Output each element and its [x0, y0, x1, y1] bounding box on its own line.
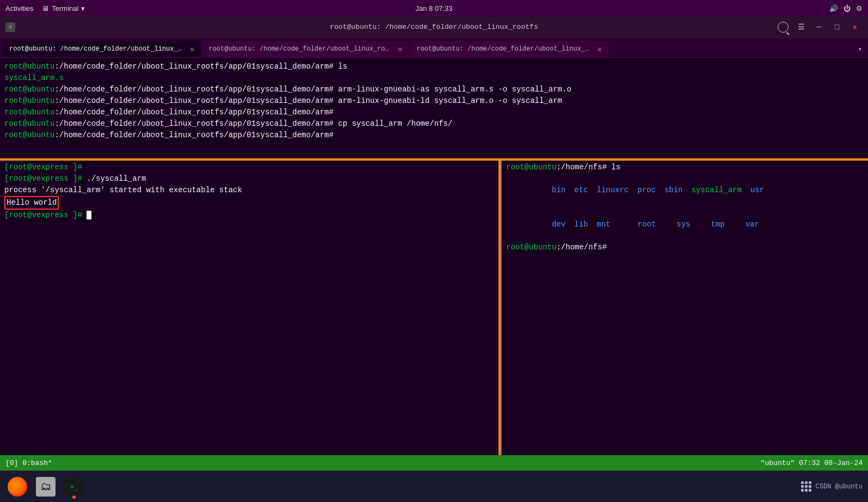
- right-line-ls-2: devlibmntrootsystmpvar: [506, 207, 864, 242]
- files-taskbar-icon[interactable]: 🗂: [34, 475, 58, 499]
- files-icon: 🗂: [36, 477, 56, 497]
- split-panes: [root@vexpress ]# [root@vexpress ]# ./sy…: [0, 158, 868, 455]
- top-line-6: root@ubuntu:/home/code_folder/uboot_linu…: [4, 118, 864, 130]
- tab-2-label: root@ubuntu: /home/code_folder/uboot_lin…: [208, 45, 391, 53]
- terminal-icon-badge: >_: [64, 477, 84, 497]
- tab-3-close[interactable]: ✕: [597, 45, 601, 54]
- tab-3-label: root@ubuntu: /home/code_folder/uboot_lin…: [416, 45, 590, 53]
- terminal-menu[interactable]: 🖥 Terminal ▾: [42, 4, 85, 13]
- apps-grid-icon[interactable]: [801, 481, 811, 492]
- search-button[interactable]: [775, 20, 791, 35]
- top-line-2: syscall_arm.s: [4, 72, 864, 84]
- firefox-taskbar-icon[interactable]: [5, 475, 29, 499]
- title-bar-right-controls: ☰ ─ □ ✕: [775, 20, 863, 35]
- power-icon[interactable]: ⏻: [844, 4, 851, 13]
- activities-button[interactable]: Activities: [5, 4, 33, 13]
- status-bar: [0] 0:bash* "ubuntu" 07:32 08-Jan-24: [0, 455, 868, 470]
- top-bar-left: Activities 🖥 Terminal ▾: [5, 4, 85, 13]
- taskbar: 🗂 >_ CSDN @ubuntu: [0, 470, 868, 502]
- taskbar-user-label: CSDN @ubuntu: [816, 483, 863, 491]
- status-right: "ubuntu" 07:32 08-Jan-24: [761, 459, 863, 467]
- firefox-icon: [8, 477, 27, 497]
- right-line-ls-1: binetclinuxrcprocsbinsyscall_armusr: [506, 173, 864, 207]
- maximize-button[interactable]: □: [829, 20, 845, 35]
- terminal-dropdown-icon: ▾: [81, 4, 85, 13]
- top-line-3: root@ubuntu:/home/code_folder/uboot_linu…: [4, 84, 864, 95]
- left-line-1: [root@vexpress ]#: [4, 162, 494, 173]
- top-line-4: root@ubuntu:/home/code_folder/uboot_linu…: [4, 95, 864, 107]
- taskbar-right: CSDN @ubuntu: [801, 481, 863, 492]
- tab-1-close[interactable]: ✕: [190, 45, 194, 54]
- terminal-menu-icon[interactable]: ≡: [5, 22, 15, 32]
- top-pane[interactable]: root@ubuntu:/home/code_folder/uboot_linu…: [0, 58, 868, 158]
- minimize-button[interactable]: ─: [811, 20, 827, 35]
- left-pane[interactable]: [root@vexpress ]# [root@vexpress ]# ./sy…: [0, 158, 501, 455]
- taskbar-left: 🗂 >_: [5, 475, 86, 499]
- settings-icon[interactable]: ⚙: [856, 4, 863, 13]
- top-bar-right: 🔊 ⏻ ⚙: [829, 4, 863, 13]
- left-line-4: Hello world: [4, 196, 494, 210]
- terminal-content: root@ubuntu:/home/code_folder/uboot_linu…: [0, 58, 868, 455]
- top-line-5: root@ubuntu:/home/code_folder/uboot_linu…: [4, 107, 864, 118]
- search-icon: [778, 22, 789, 33]
- left-line-2: [root@vexpress ]# ./syscall_arm: [4, 173, 494, 185]
- top-line-7: root@ubuntu:/home/code_folder/uboot_linu…: [4, 130, 864, 141]
- tabs-bar: root@ubuntu: /home/code_folder/uboot_lin…: [0, 38, 868, 58]
- tab-1[interactable]: root@ubuntu: /home/code_folder/uboot_lin…: [3, 41, 201, 57]
- cursor: [87, 211, 91, 219]
- terminal-title-bar: ≡ root@ubuntu: /home/code_folder/uboot_l…: [0, 16, 868, 38]
- right-line-prompt: root@ubuntu:/home/nfs#: [506, 242, 864, 253]
- top-bar: Activities 🖥 Terminal ▾ Jan 8 07:33 🔊 ⏻ …: [0, 0, 868, 16]
- datetime: Jan 8 07:33: [416, 4, 453, 13]
- split-divider-top: [0, 158, 868, 161]
- top-line-1: root@ubuntu:/home/code_folder/uboot_linu…: [4, 61, 864, 72]
- tab-3[interactable]: root@ubuntu: /home/code_folder/uboot_lin…: [410, 41, 608, 57]
- status-left: [0] 0:bash*: [5, 459, 52, 467]
- menu-button[interactable]: ☰: [793, 20, 809, 35]
- hello-world-text: Hello world: [4, 196, 59, 210]
- left-line-3: process '/syscall_arm' started with exec…: [4, 185, 494, 196]
- tabs-overflow-arrow[interactable]: ▾: [854, 41, 865, 57]
- tab-1-label: root@ubuntu: /home/code_folder/uboot_lin…: [9, 45, 183, 53]
- left-line-5: [root@vexpress ]#: [4, 210, 494, 221]
- right-pane[interactable]: root@ubuntu:/home/nfs# ls binetclinuxrcp…: [501, 158, 868, 455]
- terminal-title: root@ubuntu: /home/code_folder/uboot_lin…: [330, 23, 538, 31]
- terminal-icon: 🖥: [42, 4, 49, 13]
- close-button[interactable]: ✕: [847, 20, 863, 35]
- volume-icon[interactable]: 🔊: [829, 4, 838, 13]
- tab-2[interactable]: root@ubuntu: /home/code_folder/uboot_lin…: [202, 41, 409, 57]
- terminal-window: ≡ root@ubuntu: /home/code_folder/uboot_l…: [0, 16, 868, 470]
- right-line-1: root@ubuntu:/home/nfs# ls: [506, 162, 864, 173]
- terminal-taskbar-icon[interactable]: >_: [62, 475, 86, 499]
- title-bar-left-controls: ≡: [5, 22, 15, 32]
- tab-2-close[interactable]: ✕: [398, 45, 402, 54]
